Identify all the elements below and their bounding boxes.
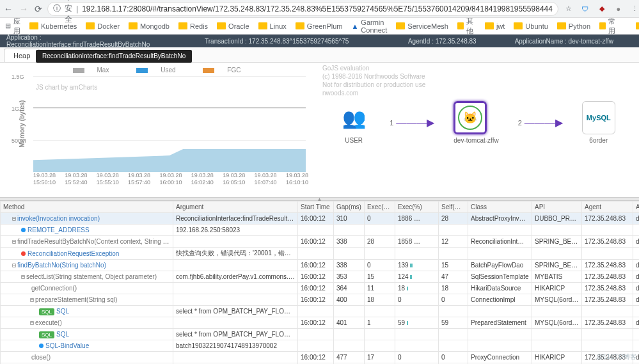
memory-chart: Max Used FGC Memory (bytes) JS chart by … bbox=[0, 63, 313, 197]
star-icon[interactable]: ☆ bbox=[564, 4, 574, 14]
chart-used-area bbox=[33, 149, 306, 172]
bookmark-item[interactable]: Linux bbox=[258, 22, 287, 30]
bookmark-item[interactable]: Kubernetes bbox=[29, 22, 77, 30]
insecure-label: 不安全 bbox=[65, 0, 72, 25]
bookmark-item[interactable]: Redis bbox=[178, 22, 208, 30]
user-icon: 👥 bbox=[337, 101, 370, 134]
tab-heap[interactable]: Heap bbox=[4, 49, 40, 62]
col-exec-pct[interactable]: Exec(%) bbox=[395, 202, 439, 213]
table-row[interactable]: SQL-BindValuebatch1903221907417489139700… bbox=[1, 340, 640, 352]
bookmark-item[interactable]: Oracle bbox=[217, 22, 249, 30]
col-application[interactable]: Applicatio bbox=[633, 202, 640, 213]
chart-tabs: Heap ReconciliationInterface:findTradeRe… bbox=[0, 47, 639, 63]
table-row[interactable]: ⊟findByBatchNo(String batchNo)16:00:1233… bbox=[1, 260, 640, 271]
tooltip: ReconciliationInterface:findTradeResultB… bbox=[36, 50, 192, 63]
col-class[interactable]: Class bbox=[468, 202, 532, 213]
node-tomcat[interactable]: 🐱 dev-tomcat-zffw bbox=[454, 101, 498, 144]
nav-back-icon[interactable]: ← bbox=[4, 4, 13, 14]
edge-1: 1 ———▶ bbox=[390, 116, 434, 129]
table-row[interactable]: ReconciliationRequestException快找查询失败，错误代… bbox=[1, 248, 640, 260]
header-agent-id: AgentId : 172.35.248.83 bbox=[389, 38, 496, 45]
table-row[interactable]: ⊟invoke(Invocation invocation)Reconcilia… bbox=[1, 213, 640, 225]
bookmark-item[interactable]: Ubuntu bbox=[514, 22, 548, 30]
info-icon[interactable]: ⓘ bbox=[53, 3, 61, 14]
edge-2: 2 ———▶ bbox=[518, 116, 563, 129]
tomcat-icon: 🐱 bbox=[454, 101, 487, 134]
table-row[interactable]: ⊟execute()16:00:12401159 59PreparedState… bbox=[1, 317, 640, 329]
shield-icon[interactable]: 🛡 bbox=[580, 4, 590, 14]
bookmark-item[interactable]: ServiceMesh bbox=[396, 22, 448, 30]
gojs-watermark: GoJS evaluation (c) 1998-2016 Northwoods… bbox=[322, 64, 425, 97]
server-map[interactable]: GoJS evaluation (c) 1998-2016 Northwoods… bbox=[313, 63, 639, 197]
table-row[interactable]: ⊟prepareStatement(String sql)16:00:12400… bbox=[1, 294, 640, 306]
col-start-time[interactable]: Start Time bbox=[298, 202, 334, 213]
table-row[interactable]: SQLSQLselect * from OPM_BATCH_PAY_FLOW w… bbox=[1, 329, 640, 340]
col-self[interactable]: Self(ms) bbox=[439, 202, 468, 213]
url-bar[interactable]: ⓘ 不安全 | 192.168.1.17:28080/#/transaction… bbox=[47, 2, 558, 16]
table-row[interactable]: getConnection()16:00:123641118 18HikariD… bbox=[1, 283, 640, 294]
header-application: Application : ReconciliationInterface:fi… bbox=[6, 34, 185, 48]
chart-credit: JS chart by amCharts bbox=[36, 84, 97, 91]
app-header: Application : ReconciliationInterface:fi… bbox=[0, 35, 639, 47]
nav-forward-icon: → bbox=[19, 4, 28, 14]
bookmark-item[interactable]: GreenPlum bbox=[296, 22, 343, 30]
bookmark-item[interactable]: ▲Garmin Connect bbox=[351, 19, 387, 34]
bookmark-item[interactable]: 其他 bbox=[457, 17, 476, 36]
table-row[interactable]: ⊟selectList(String statement, Object par… bbox=[1, 271, 640, 283]
bookmark-item[interactable]: Mongodb bbox=[129, 22, 170, 30]
bookmark-item[interactable]: 常用 bbox=[599, 17, 618, 36]
chart-max-line bbox=[33, 107, 306, 108]
browser-toolbar: ← → ⟳ ⓘ 不安全 | 192.168.1.17:28080/#/trans… bbox=[0, 0, 639, 18]
col-api[interactable]: API bbox=[532, 202, 582, 213]
table-row[interactable]: REMOTE_ADDRESS192.168.26.250:58023 bbox=[1, 225, 640, 236]
bookmark-item[interactable]: Python bbox=[557, 22, 590, 30]
apps-button[interactable]: ⊞ 应用 bbox=[5, 17, 20, 36]
bookmark-overflow[interactable]: 其他书 bbox=[636, 12, 639, 40]
nav-reload-icon[interactable]: ⟳ bbox=[35, 4, 42, 14]
extension-icon[interactable]: ● bbox=[613, 4, 624, 14]
col-agent[interactable]: Agent bbox=[582, 202, 633, 213]
url-text: 192.168.1.17:28080/#/transactionView/172… bbox=[82, 4, 553, 13]
col-gap[interactable]: Gap(ms) bbox=[334, 202, 365, 213]
bookmark-item[interactable]: jwt bbox=[485, 22, 505, 30]
table-header-row: Method Argument Start Time Gap(ms) Exec(… bbox=[1, 202, 640, 213]
col-argument[interactable]: Argument bbox=[173, 202, 298, 213]
node-user[interactable]: 👥 USER bbox=[337, 101, 370, 144]
corner-watermark: @51CTO博客 bbox=[597, 352, 636, 361]
header-app-name: ApplicationName : dev-tomcat-zffw bbox=[496, 38, 633, 45]
table-row[interactable]: SQLSQLselect * from OPM_BATCH_PAY_FLOW w… bbox=[1, 306, 640, 317]
node-mysql[interactable]: MySQL 6order bbox=[582, 101, 615, 144]
ublock-icon[interactable]: ◆ bbox=[597, 4, 607, 14]
col-exec-ms[interactable]: Exec(ms) bbox=[365, 202, 395, 213]
header-transaction-id: TransactionId : 172.35.248.83^1553759274… bbox=[185, 38, 368, 45]
bookmarks-bar: ⊞ 应用 Kubernetes Docker Mongodb Redis Ora… bbox=[0, 18, 639, 35]
mysql-icon: MySQL bbox=[582, 101, 615, 134]
table-row[interactable]: ⊟findTradeResultByBatchNo(Context contex… bbox=[1, 236, 640, 248]
table-row[interactable]: close()16:00:12477170 0ProxyConnectionHI… bbox=[1, 352, 640, 363]
col-method[interactable]: Method bbox=[1, 202, 173, 213]
bookmark-item[interactable]: Docker bbox=[86, 22, 120, 30]
call-tree-table: Method Argument Start Time Gap(ms) Exec(… bbox=[0, 201, 639, 364]
chart-legend: Max Used FGC bbox=[5, 67, 308, 74]
chart-x-ticks: 19.03.2815:50:10 19.03.2815:52:40 19.03.… bbox=[33, 172, 308, 186]
